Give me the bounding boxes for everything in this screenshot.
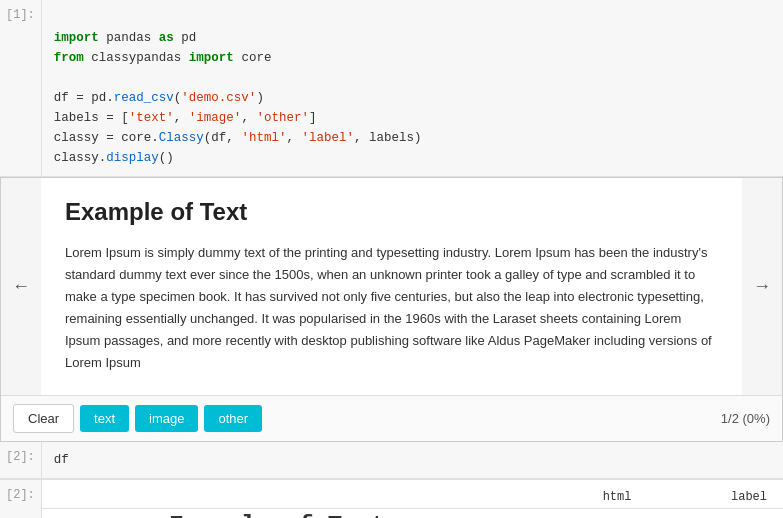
- df-table-wrapper: html label 0 Example of TextLorem Ipsum …: [42, 480, 783, 518]
- cell-1: [1]: import pandas as pd from classypand…: [0, 0, 783, 177]
- cell-2-number: [2]:: [0, 442, 42, 478]
- cell-2: [2]: df: [0, 442, 783, 479]
- cell-2-code: df: [42, 442, 783, 478]
- df-table: html label 0 Example of TextLorem Ipsum …: [42, 486, 783, 518]
- col-label-header: label: [647, 486, 783, 509]
- widget-output: ← Example of Text Lorem Ipsum is simply …: [0, 177, 783, 442]
- button-bar: Clear text image other 1/2 (0%): [1, 395, 782, 441]
- widget-area: ← Example of Text Lorem Ipsum is simply …: [1, 178, 782, 395]
- clear-button[interactable]: Clear: [13, 404, 74, 433]
- content-text: Lorem Ipsum is simply dummy text of the …: [65, 242, 718, 375]
- next-button[interactable]: →: [742, 178, 782, 395]
- cell-1-number: [1]:: [0, 0, 42, 176]
- image-button[interactable]: image: [135, 405, 198, 432]
- row-index: 0: [42, 508, 154, 518]
- row-label: NaN: [647, 508, 783, 518]
- col-index-header: [42, 486, 154, 509]
- content-area: Example of Text Lorem Ipsum is simply du…: [41, 178, 742, 395]
- prev-button[interactable]: ←: [1, 178, 41, 395]
- cell-1-code: import pandas as pd from classypandas im…: [42, 0, 783, 176]
- other-button[interactable]: other: [204, 405, 262, 432]
- counter-badge: 1/2 (0%): [721, 411, 770, 426]
- table-row: 0 Example of TextLorem Ipsum is simply .…: [42, 508, 783, 518]
- col-html-header: html: [153, 486, 647, 509]
- code-block-2: df: [54, 450, 771, 470]
- df-output: [2]: html label 0 Example of TextLorem I…: [0, 479, 783, 518]
- df-output-number: [2]:: [0, 480, 42, 518]
- code-block-1: import pandas as pd from classypandas im…: [54, 8, 771, 168]
- content-title: Example of Text: [65, 198, 718, 226]
- text-button[interactable]: text: [80, 405, 129, 432]
- row-html: Example of TextLorem Ipsum is simply ...: [153, 508, 647, 518]
